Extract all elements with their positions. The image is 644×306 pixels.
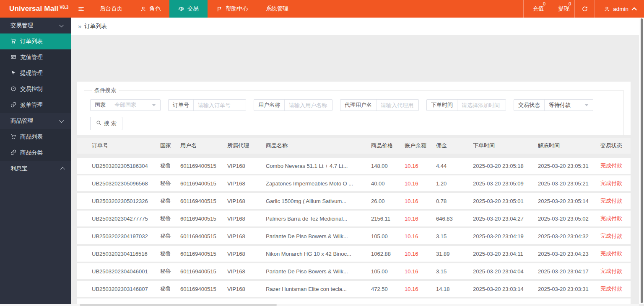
withdraw-label: 提现 (558, 5, 569, 13)
withdraw-button[interactable]: 提现 0 (549, 0, 574, 18)
cell-commission: 0.78 (436, 198, 473, 204)
cell-country: 秘鲁 (160, 250, 180, 257)
topbar-menu-item-label: 交易 (187, 5, 199, 13)
link-icon (10, 102, 16, 109)
cell-price: 105.00 (371, 233, 405, 239)
cell-username: 601169400515 (180, 251, 227, 257)
cell-commission: 3.15 (436, 268, 473, 275)
filter-select[interactable]: 全部国家 (110, 100, 160, 111)
topbar-menu: 后台首页 角色 交易 帮助中心 系统管理 (91, 0, 297, 18)
cell-unfreeze-time: 2025-03-20 23:05:14 (538, 198, 600, 204)
sidebar-item-派单管理[interactable]: 派单管理 (0, 97, 71, 113)
chevron-up-icon (631, 7, 637, 13)
cell-username: 601169400515 (180, 216, 227, 222)
cell-price: 105.00 (371, 268, 405, 275)
sidebar-item-订单列表[interactable]: 订单列表 (0, 33, 71, 49)
topbar-menu-item-系统管理[interactable]: 系统管理 (257, 0, 297, 18)
cell-agent: VIP168 (227, 233, 266, 239)
filter-label: 下单时间 (427, 100, 457, 111)
horizontal-scrollbar-thumb[interactable] (80, 304, 277, 306)
filter-select-value: 等待付款 (549, 101, 571, 109)
filter-input[interactable] (457, 100, 506, 111)
sidebar-toggle-button[interactable] (71, 0, 91, 18)
filter-group-国家: 国家 全部国家 (90, 99, 161, 111)
column-header-佣金: 佣金 (436, 142, 473, 149)
user-icon (604, 6, 610, 12)
topbar: Universal Mall V8.3 后台首页 角色 交易 帮助中心 系统管理… (0, 0, 644, 18)
topbar-menu-item-label: 帮助中心 (226, 5, 248, 13)
column-header-商品名称: 商品名称 (266, 142, 371, 149)
search-button[interactable]: 搜 索 (90, 117, 122, 130)
table-row[interactable]: UB2503202303146807 秘鲁 601169400515 VIP16… (77, 281, 631, 297)
column-header-国家: 国家 (160, 142, 180, 149)
cell-commission: 14.18 (436, 286, 473, 292)
cell-status: 完成付款 (600, 250, 631, 257)
vertical-scrollbar-thumb[interactable] (641, 18, 643, 303)
table-row[interactable]: UB2503202304046001 秘鲁 601169400515 VIP16… (77, 263, 631, 279)
sidebar-item-label: 派单管理 (20, 101, 43, 109)
filter-input[interactable] (194, 100, 246, 111)
table-row[interactable]: UB2503202305012326 秘鲁 601169400515 VIP16… (77, 193, 631, 209)
sidebar-item-商品分类[interactable]: 商品分类 (0, 145, 71, 161)
topbar-menu-item-交易[interactable]: 交易 (169, 0, 208, 18)
topbar-menu-item-label: 系统管理 (266, 5, 288, 13)
chevron-down-icon (152, 104, 156, 106)
sidebar-item-label: 交易控制 (20, 85, 43, 93)
flag-icon (216, 6, 223, 12)
filter-group-下单时间: 下单时间 (426, 99, 506, 111)
cell-unfreeze-time: 2025-03-20 23:04:23 (538, 251, 600, 257)
sidebar-item-label: 商品列表 (20, 133, 43, 141)
cell-status: 完成付款 (600, 267, 631, 275)
sidebar-item-提现管理[interactable]: 提现管理 (0, 65, 71, 81)
topbar-right: 充值 0 提现 0 admin (523, 0, 644, 18)
topbar-menu-item-角色[interactable]: 角色 (131, 0, 169, 18)
cell-order-time: 2025-03-20 23:04:04 (473, 268, 538, 275)
table-row[interactable]: UB2503202304277775 秘鲁 601169400515 VIP16… (77, 211, 631, 226)
cart-icon (10, 134, 16, 141)
cell-status: 完成付款 (600, 285, 631, 293)
topbar-menu-item-帮助中心[interactable]: 帮助中心 (208, 0, 257, 18)
cell-unfreeze-time: 2025-03-20 23:05:31 (538, 163, 600, 169)
link-icon (10, 149, 16, 157)
withdraw-badge: 0 (569, 2, 571, 6)
breadcrumb-arrows-icon: » (78, 23, 81, 30)
refresh-button[interactable] (574, 0, 595, 18)
cart-icon (10, 38, 16, 45)
sidebar-group-label: 商品管理 (10, 117, 33, 125)
sidebar-group-利息宝[interactable]: 利息宝 (0, 161, 71, 177)
column-header-交易状态: 交易状态 (600, 142, 631, 149)
cell-country: 秘鲁 (160, 215, 180, 222)
recharge-button[interactable]: 充值 0 (523, 0, 549, 18)
sidebar: 交易管理 订单列表 充值管理 提现管理 交易控制 派单管理 商品管理 商品列表 … (0, 18, 71, 304)
brand-logo[interactable]: Universal Mall V8.3 (0, 0, 71, 18)
sidebar-group-商品管理[interactable]: 商品管理 (0, 113, 71, 129)
cell-order-time: 2025-03-20 23:05:01 (473, 198, 538, 204)
table-row[interactable]: UB2503202304197032 秘鲁 601169400515 VIP16… (77, 228, 631, 244)
sidebar-item-交易控制[interactable]: 交易控制 (0, 81, 71, 97)
cell-balance: 10.16 (405, 180, 436, 187)
table-row[interactable]: UB2503202305186304 秘鲁 601169400515 VIP16… (77, 158, 631, 174)
cell-commission: 31.89 (436, 251, 473, 257)
topbar-menu-item-后台首页[interactable]: 后台首页 (91, 0, 131, 18)
main-content: » 订单列表 条件搜索 国家 全部国家 订单号 用户名称 代理用户名 下单时间 … (71, 18, 639, 304)
cell-product-name: Razer Huntsman Elite con tecla... (266, 286, 371, 292)
table-row[interactable]: UB2503202305096568 秘鲁 601169400515 VIP16… (77, 175, 631, 191)
sidebar-item-充值管理[interactable]: 充值管理 (0, 49, 71, 65)
cell-order-no: UB2503202304116516 (92, 251, 160, 257)
sidebar-group-交易管理[interactable]: 交易管理 (0, 18, 71, 33)
cell-price: 1062.88 (371, 251, 405, 257)
cell-unfreeze-time: 2025-03-20 23:05:02 (538, 216, 600, 222)
cell-agent: VIP168 (227, 251, 266, 257)
table-row[interactable]: UB2503202304116516 秘鲁 601169400515 VIP16… (77, 246, 631, 262)
filter-input[interactable] (285, 100, 332, 111)
search-icon (96, 120, 101, 127)
sidebar-item-商品列表[interactable]: 商品列表 (0, 129, 71, 145)
cell-product-name: Parlante De Piso Bowers & Wilk... (266, 268, 371, 275)
user-name: admin (613, 6, 628, 12)
filter-input[interactable] (377, 100, 418, 111)
user-menu[interactable]: admin (595, 0, 644, 18)
cell-username: 601169400515 (180, 198, 227, 204)
refresh-icon (582, 6, 588, 12)
filter-select[interactable]: 等待付款 (545, 100, 593, 111)
cell-product-name: Parlante De Piso Bowers & Wilk... (266, 233, 371, 239)
